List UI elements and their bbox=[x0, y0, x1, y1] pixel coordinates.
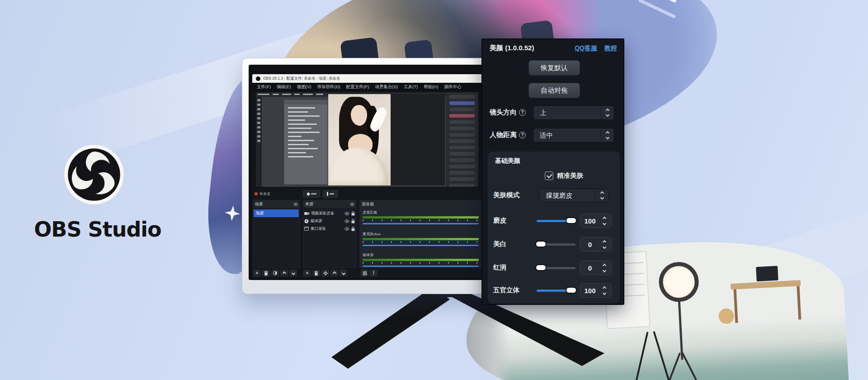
photoshop-screenshot bbox=[256, 92, 478, 187]
move-source-up-button[interactable] bbox=[330, 270, 338, 276]
add-source-button[interactable]: + bbox=[303, 270, 311, 276]
layout-toggle-button[interactable] bbox=[323, 190, 338, 198]
select-spinner-icon[interactable] bbox=[600, 128, 614, 142]
lock-icon[interactable] bbox=[351, 219, 355, 223]
desk bbox=[731, 280, 801, 290]
volume-fader[interactable] bbox=[363, 266, 479, 267]
whitening-slider-row: 美白 0 bbox=[488, 237, 620, 252]
move-source-down-button[interactable] bbox=[340, 270, 347, 276]
slider-handle[interactable] bbox=[535, 264, 547, 271]
volume-meter-bar bbox=[363, 238, 479, 240]
eye-icon[interactable] bbox=[344, 212, 349, 215]
source-properties-button[interactable] bbox=[321, 270, 329, 276]
menu-item-tools[interactable]: 工具(T) bbox=[404, 84, 418, 90]
menu-item-view[interactable]: 视图(V) bbox=[297, 84, 311, 90]
precise-skin-checkbox-row[interactable]: 精准美肤 bbox=[545, 171, 583, 180]
help-icon[interactable]: ? bbox=[519, 132, 526, 138]
smoothing-value-box[interactable]: 100 bbox=[580, 214, 612, 228]
stepper-icon[interactable] bbox=[599, 287, 609, 294]
sparkle-star bbox=[224, 205, 241, 222]
menu-item-docks[interactable]: 停靠部件(D) bbox=[317, 84, 340, 90]
obs-titlebar-logo-icon bbox=[256, 76, 260, 81]
rosy-slider-row: 红润 0 bbox=[488, 260, 620, 276]
desk-monitor bbox=[756, 266, 778, 281]
bar-icon bbox=[327, 192, 328, 196]
menu-item-plugin-center[interactable]: 插件中心 bbox=[444, 84, 461, 90]
move-scene-up-button[interactable] bbox=[280, 270, 288, 276]
smoothing-label: 磨皮 bbox=[493, 216, 506, 225]
face-3d-value-box[interactable]: 100 bbox=[580, 283, 612, 298]
source-row[interactable]: 媒体源 bbox=[304, 218, 355, 224]
restore-defaults-button[interactable]: 恢复默认 bbox=[528, 60, 580, 76]
desk-leg bbox=[797, 286, 801, 319]
source-row[interactable]: 视频采集设备 bbox=[304, 210, 355, 217]
stepper-icon[interactable] bbox=[599, 217, 609, 225]
select-spinner-icon[interactable] bbox=[600, 106, 614, 119]
remove-source-button[interactable] bbox=[312, 270, 320, 276]
tutorial-link[interactable]: 教程 bbox=[604, 44, 617, 52]
camera-direction-select[interactable]: 上 bbox=[533, 105, 614, 120]
mixer-options-button[interactable]: ! bbox=[370, 270, 377, 276]
eye-icon[interactable] bbox=[344, 227, 349, 231]
person-distance-label: 人物距离 bbox=[490, 131, 517, 139]
help-icon[interactable]: ? bbox=[519, 109, 526, 116]
whitening-slider[interactable] bbox=[537, 243, 576, 246]
volume-fader[interactable] bbox=[363, 223, 479, 224]
checkbox-checked-icon[interactable] bbox=[545, 171, 553, 180]
portrait-dress bbox=[330, 147, 388, 185]
menu-item-profile[interactable]: 配置文件(P) bbox=[346, 84, 369, 90]
slider-handle[interactable] bbox=[566, 287, 577, 294]
person-distance-select[interactable]: 适中 bbox=[533, 128, 614, 142]
slider-handle[interactable] bbox=[566, 217, 577, 224]
face-3d-slider[interactable] bbox=[537, 290, 576, 292]
move-scene-down-button[interactable] bbox=[289, 270, 297, 276]
skin-mode-select[interactable]: 朦胧磨皮 bbox=[539, 189, 609, 202]
menu-item-help[interactable]: 帮助(H) bbox=[424, 84, 438, 90]
desk-leg bbox=[734, 290, 738, 323]
stepper-icon[interactable] bbox=[599, 264, 609, 272]
skin-mode-row: 美肤模式 朦胧磨皮 bbox=[488, 189, 620, 202]
menu-item-file[interactable]: 文件(F) bbox=[257, 84, 271, 90]
beauty-plugin-window: 美颜 (1.0.0.52) QQ客服 教程 恢复默认 自动对焦 镜头方向 ? 上… bbox=[481, 38, 624, 305]
basic-beauty-section: 基础美颜 精准美肤 美肤模式 朦胧磨皮 磨皮 100 bbox=[488, 152, 620, 304]
ring-light-stand bbox=[678, 301, 684, 360]
ring-light bbox=[658, 261, 699, 303]
stepper-icon[interactable] bbox=[599, 241, 609, 248]
dock-popout-icon[interactable] bbox=[294, 203, 297, 206]
slider-handle[interactable] bbox=[535, 241, 547, 247]
menu-item-edit[interactable]: 编辑(E) bbox=[277, 84, 291, 90]
tripod-leg bbox=[653, 331, 673, 380]
volume-meter-bar bbox=[363, 216, 479, 218]
source-row[interactable]: 窗口采集 bbox=[304, 225, 355, 232]
qq-support-link[interactable]: QQ客服 bbox=[575, 44, 597, 52]
mixer-dock-title: 混音器 bbox=[362, 201, 374, 207]
eye-icon[interactable] bbox=[344, 219, 349, 223]
scene-filters-button[interactable] bbox=[271, 270, 279, 276]
add-scene-button[interactable]: + bbox=[253, 270, 261, 276]
skin-mode-label: 美肤模式 bbox=[493, 191, 519, 200]
lock-icon[interactable] bbox=[351, 211, 355, 216]
volume-fader[interactable] bbox=[363, 245, 479, 246]
sources-dock-title: 来源 bbox=[305, 201, 313, 207]
precise-skin-label: 精准美肤 bbox=[557, 171, 583, 180]
lock-icon[interactable] bbox=[351, 227, 355, 231]
photoshop-canvas bbox=[391, 94, 445, 185]
record-dot-icon bbox=[255, 192, 258, 195]
meter-ticks bbox=[363, 219, 479, 221]
rosy-value-box[interactable]: 0 bbox=[580, 261, 612, 275]
rosy-slider[interactable] bbox=[537, 267, 576, 269]
dock-popout-icon[interactable] bbox=[350, 203, 354, 206]
obs-logo bbox=[63, 144, 125, 205]
select-spinner-icon[interactable] bbox=[595, 189, 609, 202]
preview-toggle-button[interactable] bbox=[303, 190, 320, 198]
remove-scene-button[interactable] bbox=[262, 270, 270, 276]
obs-window-title: OBS 29.1.3 - 配置文件: 未命名 - 场景: 未命名 bbox=[263, 76, 340, 81]
smoothing-slider[interactable] bbox=[537, 220, 576, 222]
advanced-audio-button[interactable] bbox=[361, 270, 368, 276]
whitening-value-box[interactable]: 0 bbox=[580, 237, 612, 252]
menu-item-scene-collection[interactable]: 场景集合(S) bbox=[375, 84, 398, 90]
scene-item-selected[interactable]: 场景 bbox=[254, 209, 299, 217]
app-name: OBS Studio bbox=[21, 217, 175, 242]
autofocus-button[interactable]: 自动对焦 bbox=[528, 83, 580, 98]
photoshop-right-panels bbox=[446, 92, 478, 187]
